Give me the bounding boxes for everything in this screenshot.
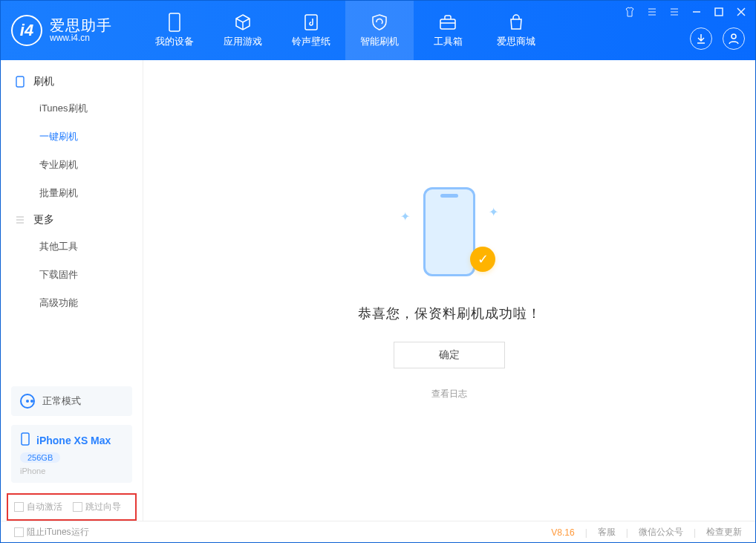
link-wechat[interactable]: 微信公众号 — [639, 526, 683, 539]
window-controls — [623, 5, 748, 19]
sidebar-item-oneclick-flash[interactable]: 一键刷机 — [1, 123, 143, 151]
tab-label: 爱思商城 — [497, 35, 535, 48]
toolbox-icon — [438, 13, 457, 32]
sidebar-item-batch-flash[interactable]: 批量刷机 — [1, 179, 143, 207]
list-icon[interactable] — [645, 5, 659, 19]
list-icon — [14, 214, 26, 226]
version-label: V8.16 — [551, 527, 574, 538]
success-illustration: ✦ ✦ ✓ — [405, 181, 494, 285]
mode-icon — [20, 394, 35, 409]
success-message: 恭喜您，保资料刷机成功啦！ — [358, 305, 541, 322]
download-button[interactable] — [690, 27, 712, 50]
close-button[interactable] — [734, 5, 748, 19]
sidebar-section-more: 更多 — [1, 207, 143, 233]
cube-icon — [233, 13, 252, 32]
checkbox-auto-activate[interactable]: 自动激活 — [14, 501, 62, 513]
refresh-shield-icon — [370, 13, 389, 32]
sidebar-item-download-firmware[interactable]: 下载固件 — [1, 261, 143, 289]
link-support[interactable]: 客服 — [598, 526, 616, 539]
checkbox-stop-itunes[interactable]: 阻止iTunes运行 — [14, 526, 89, 539]
tab-toolbox[interactable]: 工具箱 — [414, 1, 482, 60]
ok-button[interactable]: 确定 — [394, 342, 505, 368]
svg-rect-0 — [169, 13, 180, 31]
tab-my-device[interactable]: 我的设备 — [140, 1, 209, 60]
tab-store[interactable]: 爱思商城 — [482, 1, 550, 60]
svg-rect-3 — [715, 8, 723, 16]
flash-options-highlighted: 自动激活 跳过向导 — [7, 493, 137, 521]
app-logo: i4 爱思助手 www.i4.cn — [11, 1, 140, 60]
phone-icon — [20, 432, 30, 448]
status-bar: 阻止iTunes运行 V8.16 | 客服 | 微信公众号 | 检查更新 — [1, 521, 755, 543]
tab-label: 工具箱 — [434, 35, 463, 48]
section-title: 刷机 — [33, 75, 54, 88]
sidebar-item-other-tools[interactable]: 其他工具 — [1, 233, 143, 261]
nav-tabs: 我的设备 应用游戏 铃声壁纸 智能刷机 工具箱 爱思商城 — [140, 1, 550, 60]
phone-icon — [14, 76, 26, 88]
view-log-link[interactable]: 查看日志 — [431, 388, 467, 400]
content-pane: ✦ ✦ ✓ 恭喜您，保资料刷机成功啦！ 确定 查看日志 — [143, 60, 755, 521]
sidebar-section-flash: 刷机 — [1, 69, 143, 94]
phone-illustration — [423, 187, 475, 276]
menu-icon[interactable] — [668, 5, 681, 19]
device-info-box[interactable]: iPhone XS Max 256GB iPhone — [11, 425, 132, 483]
device-sub: iPhone — [20, 466, 123, 475]
sparkle-icon: ✦ — [400, 209, 410, 224]
top-navbar: i4 爱思助手 www.i4.cn 我的设备 应用游戏 铃声壁纸 智能刷机 工具… — [1, 1, 755, 60]
device-mode-box[interactable]: 正常模式 — [11, 386, 132, 416]
checkmark-badge-icon: ✓ — [470, 247, 495, 272]
tab-label: 我的设备 — [155, 35, 194, 48]
link-check-update[interactable]: 检查更新 — [706, 526, 742, 539]
bag-icon — [506, 13, 526, 32]
sidebar: 刷机 iTunes刷机 一键刷机 专业刷机 批量刷机 更多 其他工具 下载固件 … — [1, 60, 143, 521]
header-action-buttons — [690, 27, 745, 50]
user-button[interactable] — [723, 27, 745, 50]
tab-smart-flash[interactable]: 智能刷机 — [345, 1, 414, 60]
mode-label: 正常模式 — [42, 394, 81, 408]
sidebar-item-advanced[interactable]: 高级功能 — [1, 289, 143, 317]
svg-point-4 — [731, 34, 736, 39]
tab-ringtones-wallpapers[interactable]: 铃声壁纸 — [277, 1, 345, 60]
section-title: 更多 — [33, 213, 54, 227]
brand-name: 爱思助手 — [50, 17, 112, 33]
logo-icon: i4 — [11, 15, 42, 46]
tab-label: 铃声壁纸 — [292, 35, 330, 48]
device-name: iPhone XS Max — [36, 435, 111, 446]
maximize-button[interactable] — [712, 5, 726, 19]
tab-apps-games[interactable]: 应用游戏 — [209, 1, 277, 60]
device-capacity: 256GB — [20, 452, 60, 463]
brand-url: www.i4.cn — [50, 33, 112, 43]
device-icon — [165, 13, 184, 32]
sidebar-item-itunes-flash[interactable]: iTunes刷机 — [1, 94, 143, 123]
svg-rect-2 — [440, 19, 455, 29]
main-area: 刷机 iTunes刷机 一键刷机 专业刷机 批量刷机 更多 其他工具 下载固件 … — [1, 60, 755, 521]
svg-rect-5 — [16, 77, 24, 87]
checkbox-skip-guide[interactable]: 跳过向导 — [73, 501, 121, 513]
tab-label: 智能刷机 — [360, 35, 399, 48]
sidebar-item-pro-flash[interactable]: 专业刷机 — [1, 151, 143, 179]
tab-label: 应用游戏 — [224, 35, 262, 48]
minimize-button[interactable] — [690, 5, 703, 19]
music-note-icon — [302, 13, 321, 32]
sparkle-icon: ✦ — [489, 205, 498, 219]
shirt-icon[interactable] — [623, 5, 636, 19]
svg-rect-6 — [22, 433, 29, 445]
